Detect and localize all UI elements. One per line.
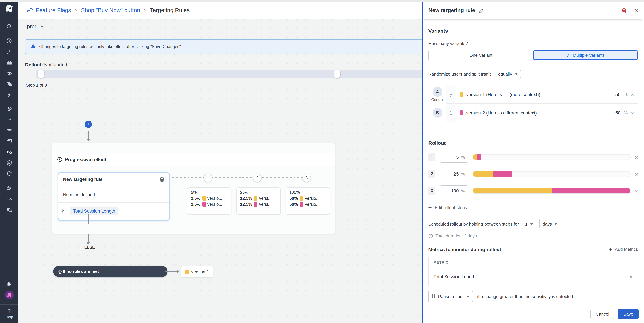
- rollout-step-card-1[interactable]: 5% 2.5%versio... 2.5%versio...: [187, 187, 232, 215]
- step-circle-2[interactable]: 2: [253, 174, 262, 182]
- bar-segment-yellow: [473, 154, 477, 160]
- remove-variant-icon[interactable]: ×: [631, 91, 634, 97]
- variant-pct: 50%: [290, 196, 298, 201]
- plus-icon: +: [428, 205, 432, 210]
- cancel-button[interactable]: Cancel: [590, 309, 615, 319]
- total-duration-text: Total duration: 2 days: [435, 233, 477, 238]
- close-icon[interactable]: ×: [635, 7, 639, 14]
- variant-row-1: version-1 (Here is .... (more context)) …: [446, 85, 638, 104]
- metric-chip-link[interactable]: Total Session Length: [70, 207, 118, 215]
- variant-split-input[interactable]: 50: [615, 92, 620, 97]
- rum-windows-icon[interactable]: [0, 136, 18, 147]
- remove-step-icon[interactable]: ×: [635, 188, 638, 194]
- nav-divider: [4, 181, 15, 181]
- history-icon[interactable]: [0, 36, 18, 46]
- watchdog-icon[interactable]: [0, 68, 18, 79]
- delete-rule-icon[interactable]: [160, 177, 164, 182]
- ci-pipelines-icon[interactable]: [0, 147, 18, 157]
- metrics-chart-icon[interactable]: [0, 57, 18, 68]
- split-mode-select[interactable]: equally: [495, 70, 521, 78]
- profiling-gauge-icon[interactable]: [0, 193, 18, 204]
- rollout-step-card-2[interactable]: 25% 12.5%versi... 12.5%versi...: [236, 187, 281, 215]
- drag-handle-icon[interactable]: [446, 85, 456, 103]
- fallback-rule-pill[interactable]: {} If no rules are met: [53, 266, 167, 277]
- rule-card-header: New targeting rule: [58, 173, 169, 186]
- timeline-marker-1[interactable]: 1: [38, 70, 44, 78]
- flow-arrow-down-icon: [88, 131, 88, 141]
- environment-value[interactable]: prod: [27, 24, 38, 30]
- remove-metric-icon[interactable]: ×: [629, 274, 632, 280]
- add-rule-button[interactable]: +: [84, 121, 92, 128]
- metric-action-value: Pause rollout: [438, 294, 464, 299]
- breadcrumb-flag-link[interactable]: Shop "Buy Now" button: [81, 7, 140, 14]
- drawer-title: New targeting rule: [428, 8, 475, 14]
- log-explorer-icon[interactable]: [0, 204, 18, 215]
- add-metrics-button[interactable]: + Add Metrics: [609, 246, 638, 252]
- environment-select[interactable]: prod: [27, 24, 44, 30]
- help-question-icon[interactable]: ?: [8, 308, 11, 313]
- rollout-step-card-3[interactable]: 100% 50%versio... 50%versio...: [286, 187, 330, 215]
- step-percent-input[interactable]: 100 %: [440, 185, 468, 196]
- metric-action-select[interactable]: Pause rollout: [428, 291, 473, 302]
- progressive-rollout-header: Progressive rollout: [52, 153, 335, 166]
- edit-title-icon[interactable]: [478, 8, 484, 13]
- randomize-row: Randomize users and split traffic equall…: [428, 70, 638, 78]
- remove-step-icon[interactable]: ×: [635, 154, 638, 160]
- dashboards-layers-icon[interactable]: [0, 79, 18, 89]
- edit-rollout-steps-button[interactable]: + Edit rollout steps: [428, 205, 638, 210]
- service-mgmt-icon[interactable]: [0, 168, 18, 179]
- apm-bolt-icon[interactable]: [0, 89, 18, 100]
- flow-arrow-down-icon: [88, 234, 88, 244]
- hold-unit: days: [543, 221, 552, 226]
- variant-a-control-label: Control: [431, 98, 444, 102]
- remove-variant-icon[interactable]: ×: [631, 110, 634, 116]
- timeline-marker-2[interactable]: 2: [334, 70, 340, 78]
- logs-filter-icon[interactable]: [0, 125, 18, 136]
- multiple-variants-option[interactable]: ✓ Multiple Variants: [533, 50, 638, 60]
- variant-pct: 2.5%: [191, 196, 200, 201]
- ai-sparkles-icon[interactable]: [0, 46, 18, 57]
- step-number-badge: 1: [428, 153, 435, 161]
- cloud-cost-icon[interactable]: $: [0, 115, 18, 125]
- plus-icon: +: [609, 246, 612, 252]
- variant-name: versio...: [305, 202, 320, 207]
- step-percent-input[interactable]: 5 %: [440, 152, 468, 163]
- security-shield-icon[interactable]: [0, 157, 18, 168]
- remove-step-icon[interactable]: ×: [635, 171, 638, 177]
- datadog-logo-icon[interactable]: [4, 4, 15, 15]
- targeting-rule-card[interactable]: New targeting rule No rules defined Tota…: [58, 172, 170, 221]
- user-avatar[interactable]: [5, 291, 14, 299]
- step-circle-3[interactable]: 3: [302, 174, 311, 182]
- rule-card-metric-row: Total Session Length: [58, 203, 169, 219]
- variant-split-input[interactable]: 50: [615, 110, 620, 115]
- help-block[interactable]: ? Help: [0, 304, 18, 319]
- fallback-variant-card[interactable]: version-1: [181, 266, 214, 278]
- variant-count-segmented-control: One Variant ✓ Multiple Variants: [428, 50, 638, 61]
- step-total-pct: 25%: [240, 190, 280, 195]
- integrations-puzzle-icon[interactable]: [0, 278, 18, 289]
- variant-row-main: version-1 (Here is .... (more context)): [456, 85, 615, 103]
- step-percent-input[interactable]: 25 %: [440, 169, 468, 179]
- step-progress-bar: [472, 154, 630, 160]
- step-variant-row: 50%versio...: [290, 202, 330, 207]
- breadcrumb-item[interactable]: Feature Flags: [36, 7, 71, 14]
- breadcrumb: Feature Flags > Shop "Buy Now" button > …: [26, 7, 190, 14]
- infrastructure-hex-icon[interactable]: [0, 104, 18, 115]
- drag-handle-icon[interactable]: [446, 104, 456, 122]
- variant-name: versio...: [208, 196, 222, 201]
- step-circle-1[interactable]: 1: [204, 174, 212, 182]
- search-icon[interactable]: [0, 21, 18, 32]
- error-tracking-bug-icon[interactable]: [0, 183, 18, 193]
- breadcrumb-item[interactable]: Shop "Buy Now" button: [81, 7, 140, 14]
- delete-rule-icon[interactable]: [622, 8, 626, 13]
- variant-swatch-pink: [254, 202, 258, 207]
- rollout-step-row-1: 1 5 % ×: [428, 152, 638, 163]
- one-variant-option[interactable]: One Variant: [429, 50, 533, 60]
- breadcrumb-feature-flags-link[interactable]: Feature Flags: [26, 7, 71, 14]
- hold-unit-select[interactable]: days: [539, 219, 561, 229]
- breadcrumb-current-page: Targeting Rules: [150, 7, 190, 14]
- hold-value-select[interactable]: 1: [522, 219, 536, 229]
- save-button[interactable]: Save: [618, 309, 639, 319]
- percent-unit: %: [461, 155, 465, 160]
- variant-row-2: version-2 (Here is different context) 50…: [446, 104, 638, 122]
